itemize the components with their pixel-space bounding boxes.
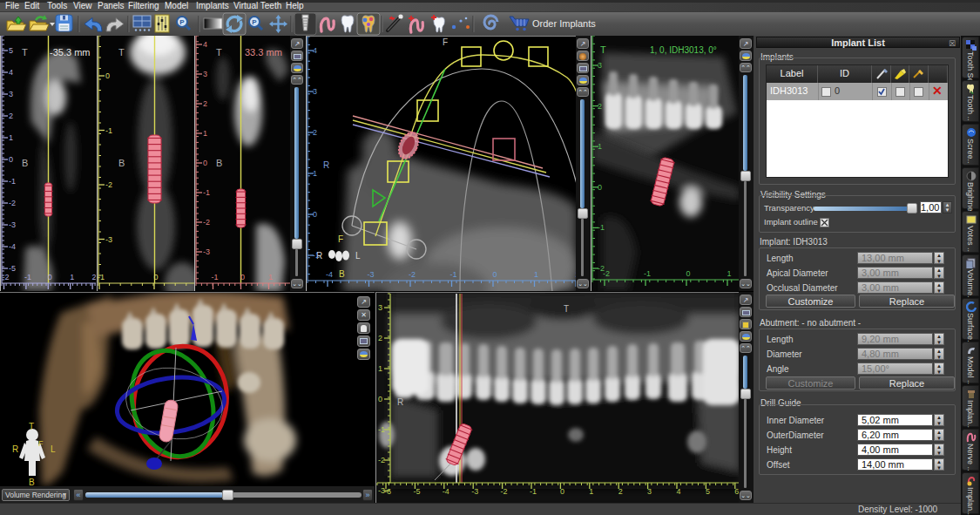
svg-text:3: 3 xyxy=(203,70,207,78)
svg-text:33.3 mm: 33.3 mm xyxy=(245,47,282,58)
svg-text:-1: -1 xyxy=(211,273,218,281)
svg-text:T: T xyxy=(564,304,569,314)
svg-text:T: T xyxy=(216,47,222,58)
svg-text:-2: -2 xyxy=(603,269,610,278)
svg-text:-4: -4 xyxy=(9,242,16,251)
svg-text:3: 3 xyxy=(647,487,652,496)
svg-text:0: 0 xyxy=(598,183,602,192)
svg-text:-6: -6 xyxy=(384,487,391,496)
svg-text:B: B xyxy=(22,158,28,168)
svg-text:-1: -1 xyxy=(449,270,456,279)
svg-text:B: B xyxy=(216,158,222,168)
svg-text:-5: -5 xyxy=(9,264,16,273)
svg-text:4: 4 xyxy=(9,68,13,77)
svg-text:-35.3 mm: -35.3 mm xyxy=(50,47,90,58)
svg-text:F: F xyxy=(443,37,448,47)
svg-text:2: 2 xyxy=(9,112,13,120)
svg-text:4: 4 xyxy=(676,487,680,496)
svg-text:-4: -4 xyxy=(443,487,449,496)
svg-text:1, 0, IDH3013, 0°: 1, 0, IDH3013, 0° xyxy=(650,45,717,55)
svg-text:5: 5 xyxy=(9,46,13,55)
svg-text:1: 1 xyxy=(534,270,538,279)
svg-text:B: B xyxy=(339,269,345,279)
svg-text:2: 2 xyxy=(313,128,317,137)
svg-text:0: 0 xyxy=(560,487,564,496)
svg-text:-2: -2 xyxy=(9,199,16,207)
svg-text:0: 0 xyxy=(378,395,382,403)
svg-text:R: R xyxy=(12,444,18,454)
svg-text:0: 0 xyxy=(313,210,317,219)
svg-text:R: R xyxy=(397,397,403,407)
svg-text:3: 3 xyxy=(313,87,317,96)
svg-text:1: 1 xyxy=(268,273,273,281)
svg-text:2: 2 xyxy=(378,334,382,342)
svg-text:-3: -3 xyxy=(203,247,210,256)
svg-text:1: 1 xyxy=(727,269,731,278)
svg-text:0: 0 xyxy=(492,270,497,279)
svg-text:-1: -1 xyxy=(313,251,320,260)
svg-text:4: 4 xyxy=(203,40,207,49)
svg-text:1: 1 xyxy=(598,142,602,151)
svg-text:-3: -3 xyxy=(471,487,478,496)
svg-text:L: L xyxy=(51,444,56,454)
svg-text:-1: -1 xyxy=(9,177,16,186)
svg-text:F: F xyxy=(338,234,343,244)
svg-text:-2: -2 xyxy=(409,270,416,279)
svg-text:T: T xyxy=(22,47,28,58)
svg-text:-2: -2 xyxy=(501,487,508,496)
svg-text:2: 2 xyxy=(92,273,96,281)
svg-text:P: P xyxy=(179,18,185,26)
svg-text:-2: -2 xyxy=(378,456,385,464)
svg-text:0: 0 xyxy=(48,273,52,281)
svg-text:-3: -3 xyxy=(367,270,374,279)
svg-text:-1: -1 xyxy=(98,273,105,281)
svg-text:-1: -1 xyxy=(644,269,651,278)
svg-text:1: 1 xyxy=(378,364,382,373)
svg-text:-2: -2 xyxy=(2,273,9,281)
svg-text:2: 2 xyxy=(598,102,602,111)
svg-text:-1: -1 xyxy=(24,273,31,281)
svg-text:-4: -4 xyxy=(326,270,333,279)
svg-text:L: L xyxy=(355,251,361,261)
svg-text:-2: -2 xyxy=(203,218,210,227)
svg-text:-3: -3 xyxy=(9,220,16,229)
svg-text:0: 0 xyxy=(9,155,13,164)
svg-text:0: 0 xyxy=(153,273,158,281)
svg-text:0: 0 xyxy=(686,269,690,278)
svg-text:T: T xyxy=(29,422,34,431)
svg-text:0: 0 xyxy=(105,71,110,80)
svg-text:B: B xyxy=(118,158,125,168)
svg-text:1: 1 xyxy=(203,129,207,138)
svg-text:1: 1 xyxy=(9,133,13,142)
svg-text:5: 5 xyxy=(706,487,710,496)
svg-text:2: 2 xyxy=(203,99,207,108)
svg-text:T: T xyxy=(118,47,125,58)
svg-text:-2: -2 xyxy=(105,180,112,189)
svg-text:1: 1 xyxy=(589,487,593,496)
svg-text:-3: -3 xyxy=(105,235,112,244)
svg-text:-1: -1 xyxy=(598,223,605,232)
svg-text:-1: -1 xyxy=(203,188,210,197)
svg-text:3: 3 xyxy=(598,61,602,70)
svg-text:-1: -1 xyxy=(105,126,112,135)
svg-text:R: R xyxy=(323,160,329,170)
svg-text:P: P xyxy=(252,18,257,26)
svg-text:0: 0 xyxy=(203,159,207,167)
svg-text:2: 2 xyxy=(618,487,623,496)
svg-text:T: T xyxy=(600,44,606,55)
svg-text:4: 4 xyxy=(313,46,317,55)
svg-text:-1: -1 xyxy=(378,425,385,434)
svg-text:1: 1 xyxy=(313,169,317,178)
svg-text:3: 3 xyxy=(9,90,13,98)
svg-text:0: 0 xyxy=(240,273,245,281)
svg-text:-1: -1 xyxy=(530,487,537,496)
svg-text:F: F xyxy=(38,439,44,448)
svg-text:-5: -5 xyxy=(413,487,420,496)
svg-text:1: 1 xyxy=(70,273,74,281)
svg-text:3: 3 xyxy=(378,303,382,312)
